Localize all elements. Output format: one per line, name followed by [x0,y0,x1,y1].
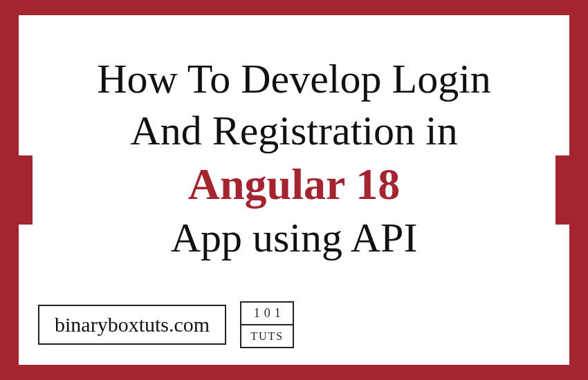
logo-bot: TUTS [241,325,293,347]
site-box: binaryboxtuts.com [38,305,226,345]
title-line-1: How To Develop Login [97,53,491,105]
logo-101tuts: 101 TUTS [240,301,294,348]
featured-card: How To Develop Login And Registration in… [17,14,571,366]
footer: binaryboxtuts.com 101 TUTS [19,287,569,365]
title-line-4: App using API [171,212,418,264]
notch-right [555,155,571,225]
logo-top: 101 [241,303,293,325]
notch-left [17,155,33,225]
title-area: How To Develop Login And Registration in… [19,15,569,287]
title-accent: Angular 18 [188,157,400,212]
title-line-2: And Registration in [130,105,457,157]
